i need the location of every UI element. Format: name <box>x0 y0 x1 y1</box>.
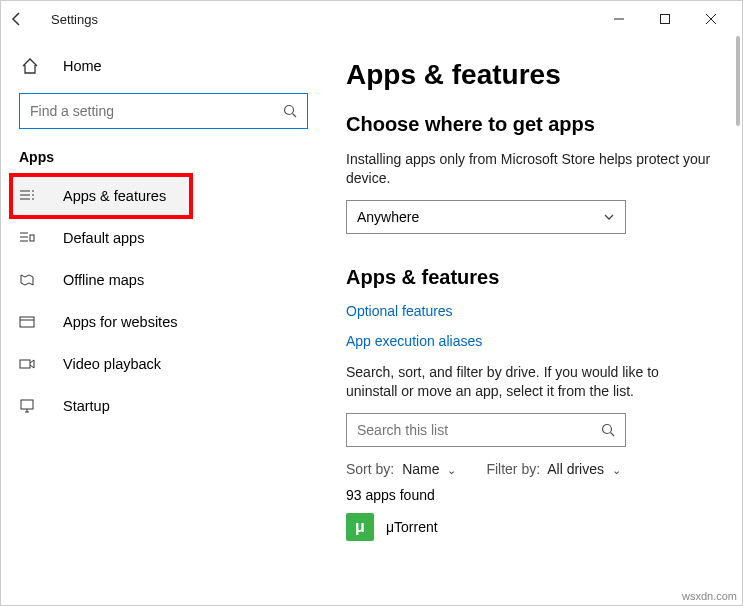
svg-rect-1 <box>661 15 670 24</box>
offline-maps-icon <box>19 272 41 288</box>
choose-heading: Choose where to get apps <box>346 113 714 136</box>
svg-line-5 <box>293 114 297 118</box>
find-setting-search[interactable] <box>19 93 308 129</box>
vertical-scrollbar[interactable] <box>732 36 742 605</box>
video-playback-icon <box>19 356 41 372</box>
sidebar-item-apps-websites[interactable]: Apps for websites <box>1 301 326 343</box>
startup-icon <box>19 398 41 414</box>
sidebar-item-label: Startup <box>63 398 110 414</box>
sidebar-item-default-apps[interactable]: Default apps <box>1 217 326 259</box>
filter-by-control[interactable]: Filter by: All drives ⌄ <box>486 461 621 477</box>
sidebar-item-video-playback[interactable]: Video playback <box>1 343 326 385</box>
sidebar-item-offline-maps[interactable]: Offline maps <box>1 259 326 301</box>
sidebar-item-label: Apps for websites <box>63 314 177 330</box>
svg-rect-19 <box>21 400 33 409</box>
filter-label: Filter by: <box>486 461 540 477</box>
sort-value: Name <box>402 461 439 477</box>
execution-aliases-link[interactable]: App execution aliases <box>346 333 714 349</box>
find-setting-input[interactable] <box>30 103 283 119</box>
scrollbar-thumb[interactable] <box>736 36 740 126</box>
sidebar-item-label: Video playback <box>63 356 161 372</box>
home-label: Home <box>63 58 102 74</box>
chevron-down-icon <box>603 211 615 223</box>
sidebar-item-startup[interactable]: Startup <box>1 385 326 427</box>
svg-rect-18 <box>20 360 30 368</box>
apps-count: 93 apps found <box>346 487 714 503</box>
sidebar-item-apps-features[interactable]: Apps & features <box>11 175 191 217</box>
sidebar-item-label: Default apps <box>63 230 144 246</box>
app-search-box[interactable] <box>346 413 626 447</box>
sidebar: Home Apps Apps & features <box>1 37 326 605</box>
svg-rect-15 <box>30 235 34 241</box>
svg-line-23 <box>611 432 615 436</box>
home-icon <box>21 57 43 75</box>
sort-label: Sort by: <box>346 461 394 477</box>
app-list-item[interactable]: μ μTorrent <box>346 513 714 541</box>
window-title: Settings <box>51 12 98 27</box>
titlebar: Settings <box>1 1 742 37</box>
home-nav[interactable]: Home <box>1 47 326 85</box>
app-source-dropdown[interactable]: Anywhere <box>346 200 626 234</box>
close-button[interactable] <box>688 3 734 35</box>
search-icon <box>283 104 297 118</box>
back-button[interactable] <box>9 11 33 27</box>
optional-features-link[interactable]: Optional features <box>346 303 714 319</box>
sort-filter-row: Sort by: Name ⌄ Filter by: All drives ⌄ <box>346 461 714 477</box>
chevron-down-icon: ⌄ <box>447 464 456 476</box>
sidebar-item-label: Apps & features <box>63 188 166 204</box>
maximize-button[interactable] <box>642 3 688 35</box>
app-name: μTorrent <box>386 519 438 535</box>
filter-value: All drives <box>547 461 604 477</box>
apps-features-heading: Apps & features <box>346 266 714 289</box>
main-panel: Apps & features Choose where to get apps… <box>326 37 742 605</box>
apps-features-icon <box>19 188 41 204</box>
app-source-value: Anywhere <box>357 209 419 225</box>
filter-body: Search, sort, and filter by drive. If yo… <box>346 363 714 401</box>
settings-window: Settings Home Apps <box>0 0 743 606</box>
chevron-down-icon: ⌄ <box>612 464 621 476</box>
apps-websites-icon <box>19 314 41 330</box>
sidebar-group-title: Apps <box>1 143 326 175</box>
minimize-button[interactable] <box>596 3 642 35</box>
default-apps-icon <box>19 230 41 246</box>
svg-point-22 <box>603 424 612 433</box>
choose-body: Installing apps only from Microsoft Stor… <box>346 150 714 188</box>
content-area: Home Apps Apps & features <box>1 37 742 605</box>
page-title: Apps & features <box>346 59 714 91</box>
svg-rect-16 <box>20 317 34 327</box>
watermark-text: wsxdn.com <box>682 590 737 602</box>
utorrent-icon: μ <box>346 513 374 541</box>
svg-point-4 <box>285 106 294 115</box>
sidebar-nav: Apps & features Default apps Offline map… <box>1 175 326 427</box>
sidebar-item-label: Offline maps <box>63 272 144 288</box>
search-icon <box>601 423 615 437</box>
app-search-input[interactable] <box>357 422 601 438</box>
sort-by-control[interactable]: Sort by: Name ⌄ <box>346 461 456 477</box>
